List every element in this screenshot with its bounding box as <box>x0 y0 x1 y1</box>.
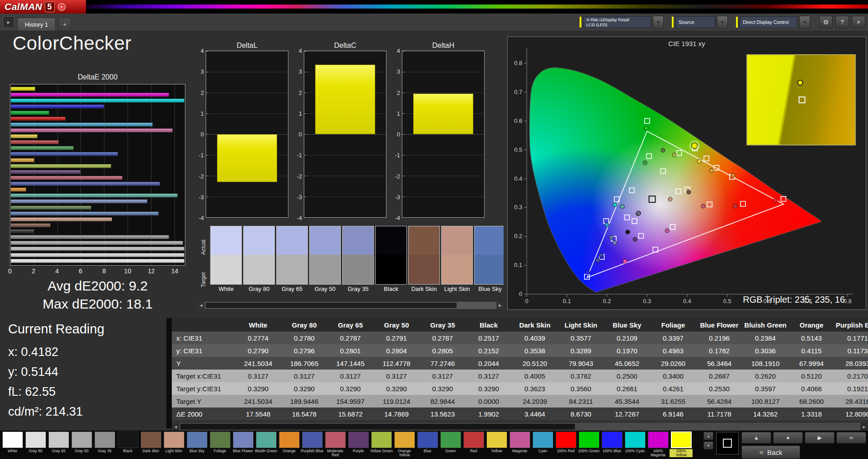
patch-swatch[interactable]: Gray 35 <box>342 226 374 294</box>
collapse-down-icon[interactable]: ▾ <box>703 441 713 450</box>
de2000-tick: 12 <box>148 267 155 275</box>
toolbar-patch-purple[interactable]: Purple <box>347 431 370 458</box>
swatch-scroll-thumb[interactable] <box>206 303 457 308</box>
toolbar-patch-cyan[interactable]: Cyan <box>531 431 554 458</box>
table-scrollbar[interactable]: ◄ ► <box>172 423 868 431</box>
table-cell: 0.3127 <box>235 370 281 382</box>
table-cell: 0.2620 <box>742 370 788 382</box>
toolbar-patch-gray-65[interactable]: Gray 65 <box>47 431 70 458</box>
patch-swatch[interactable]: White <box>210 226 242 294</box>
table-cell: 0.3290 <box>281 382 327 395</box>
patch-swatch[interactable]: Light Skin <box>441 226 473 294</box>
tab-history-1[interactable]: History 1 <box>17 18 56 31</box>
toolbar-patch-foliage[interactable]: Foliage <box>208 431 231 458</box>
toolbar-patch-blue-flower[interactable]: Blue Flower <box>231 431 255 458</box>
table-cell: 0.3290 <box>373 382 420 395</box>
de2000-tick: 8 <box>102 267 106 275</box>
table-cell: 108.1910 <box>742 357 788 370</box>
add-tab-button[interactable]: + <box>58 18 71 31</box>
swatch-scroll-left-icon[interactable]: ◄ <box>198 302 205 309</box>
pattern-window-icon <box>723 439 732 448</box>
toolbar-collapse-group: ▴ ▾ <box>703 432 713 450</box>
display-control-dropdown-arrow-icon[interactable]: ▼ <box>799 16 810 28</box>
de2000-chart-title: DeltaE 2000 <box>10 73 185 81</box>
toolbar-patch-100-blue[interactable]: 100% Blue <box>600 431 623 458</box>
record-icon[interactable]: ● <box>773 432 803 444</box>
toolbar-patch-orange[interactable]: Orange <box>278 431 301 458</box>
patch-swatch[interactable]: Dark Skin <box>408 226 440 294</box>
meter-dropdown-arrow-icon[interactable]: ▼ <box>653 16 664 28</box>
toolbar-patch-yellow-green[interactable]: Yellow Green <box>370 431 393 458</box>
table-cell: 0.3623 <box>512 382 558 395</box>
table-scroll-thumb[interactable] <box>180 424 575 430</box>
pattern-window-button[interactable] <box>716 432 739 454</box>
table-scroll-right-icon[interactable]: ► <box>860 423 868 431</box>
table-scroll-left-icon[interactable]: ◄ <box>172 423 179 431</box>
de-bar <box>11 152 118 156</box>
table-cell: 0.1173 <box>835 344 868 357</box>
toolbar-patch-light-skin[interactable]: Light Skin <box>162 431 185 458</box>
table-scroll-track[interactable] <box>179 423 860 431</box>
swatch-strip-scrollbar[interactable]: ◄ ► <box>198 302 504 309</box>
collapse-up-icon[interactable]: ▴ <box>703 432 713 440</box>
loop-icon[interactable]: ∞ <box>836 432 866 444</box>
table-cell: 147.1445 <box>327 357 373 370</box>
history-panel-icon[interactable]: ▸ <box>3 16 14 28</box>
toolbar-patch-white[interactable]: White <box>1 431 24 458</box>
eject-icon[interactable]: ▲ <box>741 432 771 444</box>
table-column-header: Purplish Blue <box>835 318 868 332</box>
source-dropdown[interactable]: Source <box>675 16 715 28</box>
toolbar-patch-gray-35[interactable]: Gray 35 <box>93 431 116 458</box>
toolbar-patch-100-green[interactable]: 100% Green <box>577 431 600 458</box>
de-bar <box>11 206 91 210</box>
swatch-scroll-track[interactable] <box>205 302 496 309</box>
toolbar-patch-green[interactable]: Green <box>439 431 462 458</box>
toolbar-patch-orange-yellow[interactable]: Orange Yellow <box>393 431 416 458</box>
toolbar-patch-black[interactable]: Black <box>116 431 139 458</box>
toolbar-patch-purplish-blue[interactable]: Purplish Blue <box>301 431 324 458</box>
source-dropdown-arrow-icon[interactable]: ▼ <box>717 16 728 28</box>
back-button[interactable]: « Back <box>741 445 800 459</box>
patch-swatch[interactable]: Gray 80 <box>243 226 275 294</box>
toolbar-patch-yellow[interactable]: Yellow <box>485 431 508 458</box>
toolbar-patch-red[interactable]: Red <box>462 431 485 458</box>
toolbar-patch-dark-skin[interactable]: Dark Skin <box>139 431 162 458</box>
toolbar-patch-gray-80[interactable]: Gray 80 <box>24 431 47 458</box>
toolbar-patch-blue-sky[interactable]: Blue Sky <box>185 431 208 458</box>
help-icon[interactable]: ? <box>835 16 849 28</box>
patch-swatch[interactable]: Gray 65 <box>276 226 308 294</box>
meter-dropdown[interactable]: X-Rite i1Display Retail LCD (LED) <box>583 16 651 28</box>
toolbar-patch-blue[interactable]: Blue <box>416 431 439 458</box>
patch-color-swatch <box>648 431 669 448</box>
toolbar-patch-gray-50[interactable]: Gray 50 <box>70 431 93 458</box>
toolbar-patch-100-cyan[interactable]: 100% Cyan <box>623 431 646 458</box>
svg-text:0.4: 0.4 <box>683 298 691 304</box>
logo-menu-caret-icon[interactable]: ▾ <box>58 3 66 11</box>
toolbar-patch-100-magenta[interactable]: 100% Magenta <box>646 431 670 458</box>
de-bar <box>11 128 173 132</box>
back-arrow-icon: « <box>760 448 764 457</box>
svg-text:0.3: 0.3 <box>643 298 651 304</box>
toolbar-patch-100-yellow[interactable]: 100% Yellow <box>670 431 693 458</box>
toolbar-patch-100-red[interactable]: 100% Red <box>554 431 577 458</box>
display-control-dropdown[interactable]: Direct Display Control <box>740 16 797 28</box>
close-icon[interactable]: × <box>852 16 865 28</box>
patch-swatch[interactable]: Black <box>375 226 407 294</box>
toolbar-patch-magenta[interactable]: Magenta <box>508 431 531 458</box>
patch-color-swatch <box>417 431 438 448</box>
settings-gear-icon[interactable]: ⚙ <box>819 16 833 28</box>
delta-ytick: -4 <box>395 215 400 221</box>
patch-swatch[interactable]: Gray 50 <box>309 226 341 294</box>
de-bar <box>11 146 74 150</box>
toolbar-patch-bluish-green[interactable]: Bluish Green <box>255 431 278 458</box>
delta-ytick: 2 <box>201 89 204 96</box>
patch-swatch[interactable]: Blue Sky <box>474 226 504 294</box>
toolbar-patch-moderate-red[interactable]: Moderate Red <box>324 431 347 458</box>
table-cell: 13.5623 <box>420 407 466 420</box>
measured-point-dot <box>665 229 669 233</box>
de-bar-row <box>11 152 184 156</box>
swatch-scroll-right-icon[interactable]: ► <box>496 302 504 309</box>
delta-ytick: 4 <box>299 47 302 54</box>
play-icon[interactable]: ▶ <box>805 432 835 444</box>
table-cell: 16.5478 <box>281 407 327 420</box>
